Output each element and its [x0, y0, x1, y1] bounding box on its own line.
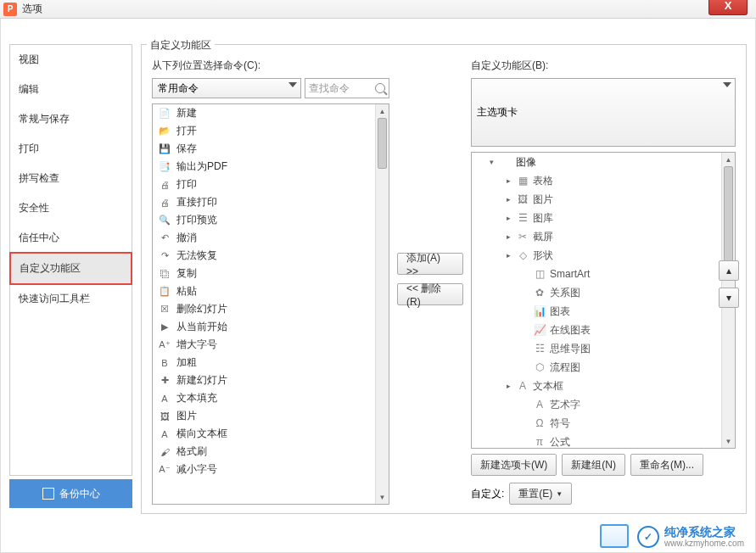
tree-item[interactable]: Ω符号▸ — [472, 414, 735, 433]
ribbon-tabs-dropdown[interactable]: 主选项卡 — [471, 78, 736, 147]
tree-item[interactable]: A艺术字 — [472, 395, 735, 414]
nav-trust-center[interactable]: 信任中心 — [10, 223, 132, 253]
reset-label: 重置(E) — [518, 487, 552, 501]
scroll-down-icon[interactable]: ▼ — [376, 490, 389, 504]
command-label: 图片 — [176, 409, 197, 423]
command-item[interactable]: ↷无法恢复 — [153, 247, 389, 265]
tree-toggle-icon[interactable]: ▸ — [504, 176, 512, 185]
command-label: 减小字号 — [176, 462, 217, 477]
command-icon: ↷ — [158, 249, 171, 263]
command-item[interactable]: A文本填充|▸ — [153, 389, 389, 407]
move-up-button[interactable]: ▴ — [719, 260, 739, 281]
tree-item[interactable]: 📈在线图表 — [472, 321, 735, 339]
command-item[interactable]: 🖼图片|▸ — [153, 407, 389, 425]
commands-category-dropdown[interactable]: 常用命令 — [152, 78, 301, 98]
tree-item[interactable]: π公式 — [472, 433, 735, 448]
tree-node-label: 图像 — [516, 155, 536, 170]
command-item[interactable]: 🔍打印预览 — [153, 211, 389, 229]
command-item[interactable]: 📂打开 — [153, 122, 389, 140]
nav-security[interactable]: 安全性 — [10, 193, 132, 223]
nav-edit[interactable]: 编辑 — [10, 75, 132, 104]
nav-spellcheck[interactable]: 拼写检查 — [10, 164, 132, 193]
scroll-thumb[interactable] — [724, 166, 733, 268]
rename-button[interactable]: 重命名(M)... — [630, 454, 703, 476]
command-item[interactable]: 💾保存 — [153, 140, 389, 158]
command-item[interactable]: 🖨直接打印 — [153, 193, 389, 211]
command-item[interactable]: ⿻复制 — [153, 265, 389, 282]
scroll-down-icon[interactable]: ▼ — [722, 434, 735, 448]
remove-button[interactable]: << 删除(R) — [397, 283, 463, 305]
tree-node-icon: ☷ — [533, 342, 546, 355]
tree-toggle-icon[interactable]: ▸ — [504, 232, 512, 241]
command-item[interactable]: ▶从当前开始 — [153, 318, 389, 336]
chevron-down-icon — [288, 82, 297, 87]
command-item[interactable]: ↶撤消|▸ — [153, 229, 389, 247]
tree-item[interactable]: ☷思维导图 — [472, 339, 735, 358]
tree-node-label: 图表 — [550, 304, 570, 319]
nav-customize-ribbon[interactable]: 自定义功能区 — [9, 252, 132, 285]
scroll-up-icon[interactable]: ▲ — [722, 153, 735, 166]
command-item[interactable]: 📑输出为PDF — [153, 158, 389, 176]
tree-item[interactable]: ⬡流程图 — [472, 358, 735, 377]
command-item[interactable]: ☒删除幻灯片 — [153, 300, 389, 318]
tree-item[interactable]: ◫SmartArt — [472, 265, 735, 283]
tree-node-icon: ◇ — [516, 249, 529, 262]
scroll-thumb[interactable] — [378, 118, 387, 169]
tree-item[interactable]: ▸▦表格▸ — [472, 171, 735, 190]
tree-item[interactable]: ▸A文本框▸ — [472, 377, 735, 395]
tree-toggle-icon[interactable]: ▸ — [504, 251, 512, 260]
move-down-button[interactable]: ▾ — [719, 288, 739, 308]
nav-general-save[interactable]: 常规与保存 — [10, 104, 132, 134]
tree-item[interactable]: ▸🖼图片▸ — [472, 190, 735, 209]
command-label: 新建幻灯片 — [176, 373, 227, 388]
tree-item[interactable]: ▸✂截屏▸ — [472, 227, 735, 246]
command-item[interactable]: A⁺增大字号 — [153, 336, 389, 354]
command-item[interactable]: ✚新建幻灯片|▸ — [153, 371, 389, 389]
watermark: ✓ 纯净系统之家 www.kzmyhome.com — [637, 526, 744, 548]
tree-toggle-icon[interactable]: ▸ — [504, 382, 512, 390]
ribbon-tree[interactable]: ▾图像▸▦表格▸▸🖼图片▸▸☰图库▸▸✂截屏▸▸◇形状▸◫SmartArt✿关系… — [471, 152, 736, 449]
nav-print[interactable]: 打印 — [10, 134, 132, 164]
tree-item[interactable]: ✿关系图 — [472, 283, 735, 302]
add-button[interactable]: 添加(A) >> — [397, 253, 463, 275]
command-icon: 🔍 — [158, 214, 171, 227]
tree-item[interactable]: ▾图像 — [472, 153, 735, 171]
command-item[interactable]: 📄新建 — [153, 104, 389, 122]
panel-legend: 自定义功能区 — [147, 38, 215, 53]
command-icon: ✚ — [158, 374, 171, 388]
nav-quick-access[interactable]: 快速访问工具栏 — [10, 284, 132, 314]
tree-toggle-icon[interactable]: ▸ — [504, 214, 512, 222]
tree-toggle-icon[interactable]: ▸ — [504, 195, 512, 204]
search-command-input[interactable]: 查找命令 — [305, 78, 389, 98]
scrollbar[interactable]: ▲ ▼ — [375, 104, 389, 504]
tree-node-icon: A — [533, 398, 546, 411]
tree-item[interactable]: ▸◇形状▸ — [472, 246, 735, 265]
command-label: 文本填充 — [176, 391, 217, 405]
commands-listbox[interactable]: 📄新建📂打开💾保存📑输出为PDF🖨打印🖨直接打印🔍打印预览↶撤消|▸↷无法恢复⿻… — [152, 103, 389, 505]
scroll-up-icon[interactable]: ▲ — [376, 104, 389, 118]
command-item[interactable]: 📋粘贴|▸ — [153, 282, 389, 300]
command-label: 保存 — [176, 142, 197, 156]
chevron-down-icon: ▼ — [556, 490, 563, 498]
tree-item[interactable]: ▸☰图库▸ — [472, 209, 735, 227]
command-item[interactable]: 🖌格式刷 — [153, 443, 389, 461]
partial-button[interactable] — [600, 524, 629, 548]
command-item[interactable]: 🖨打印 — [153, 176, 389, 193]
command-label: 横向文本框 — [176, 427, 227, 441]
command-label: 输出为PDF — [176, 159, 227, 174]
reset-dropdown-button[interactable]: 重置(E) ▼ — [509, 483, 572, 505]
command-item[interactable]: B加粗 — [153, 354, 389, 371]
window-title: 选项 — [22, 2, 42, 16]
new-group-button[interactable]: 新建组(N) — [562, 454, 625, 476]
tree-node-icon: ☰ — [516, 211, 529, 225]
backup-center-button[interactable]: 备份中心 — [9, 479, 132, 508]
tree-item[interactable]: 📊图表 — [472, 302, 735, 321]
new-tab-button[interactable]: 新建选项卡(W) — [471, 454, 557, 476]
tree-node-label: 流程图 — [550, 360, 580, 375]
command-item[interactable]: A横向文本框 — [153, 425, 389, 443]
tree-toggle-icon[interactable]: ▾ — [487, 158, 496, 166]
close-button[interactable]: X — [708, 0, 748, 15]
command-item[interactable]: A⁻减小字号 — [153, 461, 389, 478]
dropdown-value: 常用命令 — [158, 81, 199, 96]
nav-view[interactable]: 视图 — [10, 45, 132, 75]
